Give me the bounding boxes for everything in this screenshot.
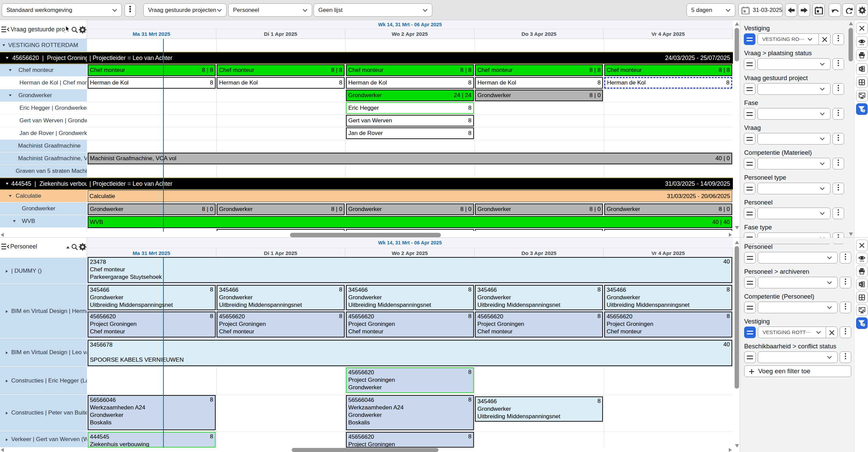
svg-text:X: X xyxy=(859,67,862,71)
svg-text:X: X xyxy=(859,282,862,286)
